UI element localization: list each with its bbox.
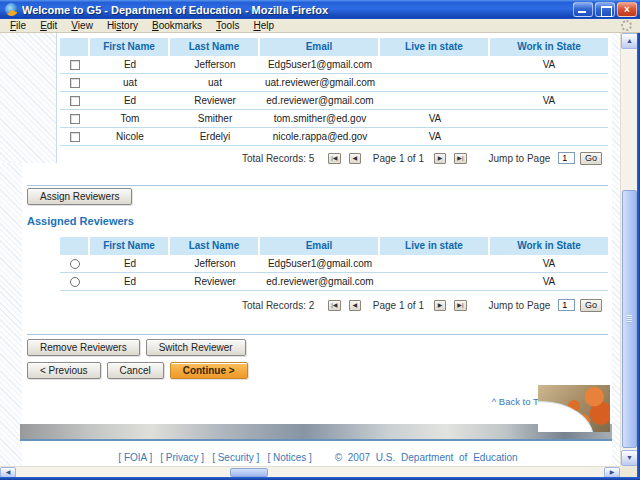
menu-file[interactable]: File [3, 19, 33, 32]
table-row: TomSmithertom.smither@ed.govVA [60, 110, 608, 128]
page-content: First Name Last Name Email Live in state… [0, 33, 620, 466]
cell-live: VA [380, 110, 490, 127]
cell-email: ed.reviewer@gmail.com [260, 273, 380, 290]
menu-edit[interactable]: Edit [33, 19, 64, 32]
footer-link-notices[interactable]: [ Notices ] [267, 452, 311, 463]
header-last-name: Last Name [170, 237, 260, 255]
footer-banner-image [20, 424, 612, 441]
last-page-button[interactable]: ▶| [454, 153, 466, 164]
header-first-name: First Name [90, 237, 170, 255]
go-button[interactable]: Go [580, 152, 602, 165]
assign-reviewers-button[interactable]: Assign Reviewers [27, 188, 132, 205]
vertical-scrollbar[interactable]: ▲ ▼ [620, 33, 637, 466]
cell-last: Smither [170, 110, 260, 127]
cell-last: Jefferson [170, 255, 260, 272]
previous-button[interactable]: < Previous [27, 362, 101, 379]
row-checkbox[interactable] [70, 114, 80, 124]
vertical-scroll-thumb[interactable] [622, 190, 637, 448]
cell-first: Ed [90, 273, 170, 290]
header-last-name: Last Name [170, 38, 260, 56]
cell-last: Reviewer [170, 92, 260, 109]
footer-link-foia[interactable]: [ FOIA ] [118, 452, 152, 463]
header-live-in-state: Live in state [380, 38, 490, 56]
firefox-icon [5, 3, 18, 16]
total-records-label: Total Records: 2 [242, 300, 314, 311]
horizontal-scrollbar[interactable]: ◀ ▶ [0, 466, 620, 477]
table-row: EdJeffersonEdg5user1@gmail.comVA [60, 56, 608, 74]
cell-email: Edg5user1@gmail.com [260, 56, 380, 73]
cell-first: Ed [90, 255, 170, 272]
throbber-icon [621, 20, 632, 31]
scroll-up-icon[interactable]: ▲ [621, 33, 638, 49]
available-reviewers-rows: EdJeffersonEdg5user1@gmail.comVAuatuatua… [60, 56, 608, 146]
header-email: Email [260, 237, 380, 255]
footer-link-security[interactable]: [ Security ] [212, 452, 259, 463]
menu-bookmarks[interactable]: Bookmarks [145, 19, 209, 32]
menu-items: FileEditViewHistoryBookmarksToolsHelp [3, 19, 281, 32]
cell-work: VA [490, 273, 608, 290]
assigned-pagination: Total Records: 2 |◀ ◀ Page 1 of 1 ▶ ▶| J… [242, 297, 602, 313]
scroll-down-icon[interactable]: ▼ [621, 450, 638, 466]
cell-email: tom.smither@ed.gov [260, 110, 380, 127]
table-row: EdJeffersonEdg5user1@gmail.comVA [60, 255, 608, 273]
assigned-reviewers-header: First Name Last Name Email Live in state… [60, 237, 608, 255]
prev-page-button[interactable]: ◀ [349, 300, 361, 311]
menu-help[interactable]: Help [246, 19, 281, 32]
available-reviewers-header: First Name Last Name Email Live in state… [60, 38, 608, 56]
cancel-button[interactable]: Cancel [107, 362, 164, 379]
menu-bar: FileEditViewHistoryBookmarksToolsHelp [0, 19, 640, 33]
header-select-column [60, 237, 90, 255]
maximize-button[interactable] [595, 2, 615, 17]
table-row: EdReviewered.reviewer@gmail.comVA [60, 273, 608, 291]
cell-first: Ed [90, 56, 170, 73]
window-title: Welcome to G5 - Department of Education … [22, 4, 571, 16]
last-page-button[interactable]: ▶| [454, 300, 466, 311]
next-page-button[interactable]: ▶ [434, 153, 446, 164]
footer-link-privacy[interactable]: [ Privacy ] [160, 452, 204, 463]
remove-reviewers-button[interactable]: Remove Reviewers [27, 339, 140, 356]
row-checkbox[interactable] [70, 96, 80, 106]
first-page-button[interactable]: |◀ [328, 153, 340, 164]
header-first-name: First Name [90, 38, 170, 56]
minimize-button[interactable] [573, 2, 593, 17]
first-page-button[interactable]: |◀ [328, 300, 340, 311]
cell-email: nicole.rappa@ed.gov [260, 128, 380, 145]
cell-last: uat [170, 74, 260, 91]
page-label: Page 1 of 1 [373, 300, 424, 311]
available-pagination: Total Records: 5 |◀ ◀ Page 1 of 1 ▶ ▶| J… [242, 150, 602, 166]
close-button[interactable]: × [617, 2, 637, 17]
table-row: EdReviewered.reviewer@gmail.comVA [60, 92, 608, 110]
next-page-button[interactable]: ▶ [434, 300, 446, 311]
jump-to-page-input[interactable] [558, 299, 575, 311]
row-checkbox[interactable] [70, 78, 80, 88]
total-records-label: Total Records: 5 [242, 153, 314, 164]
right-pattern-strip [612, 33, 620, 466]
header-select-column [60, 38, 90, 56]
cell-last: Jefferson [170, 56, 260, 73]
menu-history[interactable]: History [100, 19, 145, 32]
switch-reviewer-button[interactable]: Switch Reviewer [146, 339, 246, 356]
menu-tools[interactable]: Tools [209, 19, 246, 32]
jump-to-page-input[interactable] [558, 152, 575, 164]
cell-live: VA [380, 128, 490, 145]
title-bar: Welcome to G5 - Department of Education … [0, 0, 640, 19]
top-left-pattern-block [0, 33, 57, 163]
cell-email: uat.reviewer@gmail.com [260, 74, 380, 91]
go-button[interactable]: Go [580, 299, 602, 312]
row-checkbox[interactable] [70, 132, 80, 142]
assign-button-row: Assign Reviewers [27, 188, 132, 205]
section-divider [27, 185, 608, 186]
prev-page-button[interactable]: ◀ [349, 153, 361, 164]
menu-view[interactable]: View [64, 19, 100, 32]
browser-window: Welcome to G5 - Department of Education … [0, 0, 640, 480]
header-work-in-state: Work in State [490, 237, 608, 255]
continue-button[interactable]: Continue > [170, 362, 248, 379]
horizontal-scroll-thumb[interactable] [230, 468, 268, 477]
row-radio[interactable] [70, 277, 80, 287]
header-email: Email [260, 38, 380, 56]
cell-last: Erdelyi [170, 128, 260, 145]
row-checkbox[interactable] [70, 60, 80, 70]
assigned-reviewers-heading: Assigned Reviewers [27, 215, 134, 227]
page-label: Page 1 of 1 [373, 153, 424, 164]
row-radio[interactable] [70, 259, 80, 269]
